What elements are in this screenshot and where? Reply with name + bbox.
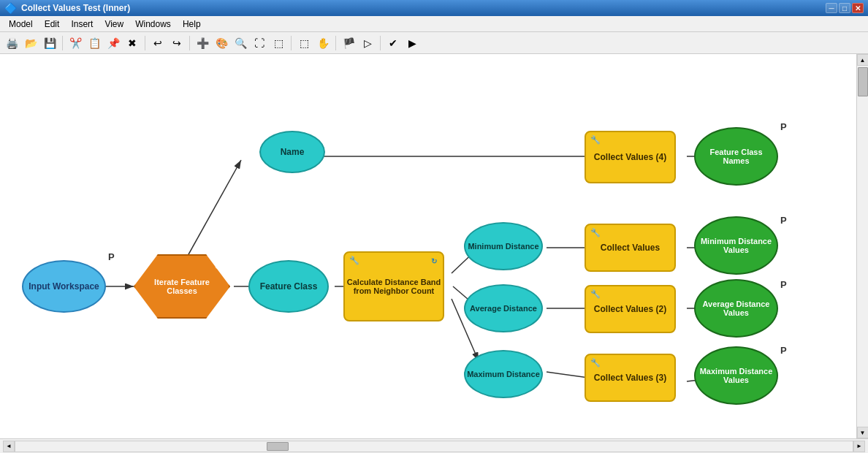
zoom-in-button[interactable]: 🔍 [232, 34, 249, 52]
p-badge-input: P [108, 251, 115, 262]
average-distance-values-node[interactable]: Average Distance Values [694, 279, 778, 338]
scroll-thumb-v[interactable] [858, 67, 868, 96]
menu-insert[interactable]: Insert [65, 18, 99, 31]
flag-button[interactable]: 🏴 [340, 34, 357, 52]
calculate-distance-node[interactable]: 🔧 Calculate Distance Band from Neighbor … [343, 251, 444, 321]
paste-button[interactable]: 📌 [104, 34, 122, 52]
copy-button[interactable]: 📋 [85, 34, 103, 52]
menu-view[interactable]: View [99, 18, 129, 31]
minimum-distance-values-label: Minimum Distance Values [696, 237, 777, 254]
sep2 [145, 36, 145, 50]
wrench-icon-calc: 🔧 [349, 256, 359, 265]
menu-model[interactable]: Model [3, 18, 39, 31]
maximum-distance-values-label: Maximum Distance Values [696, 367, 777, 384]
minimum-distance-values-node[interactable]: Minimum Distance Values [694, 216, 778, 275]
wrench-icon-cv4: 🔧 [590, 135, 601, 145]
calculate-distance-label: Calculate Distance Band from Neighbor Co… [345, 278, 443, 295]
menu-edit[interactable]: Edit [39, 18, 66, 31]
iterate-label: Iterate Feature Classes [135, 278, 229, 295]
menu-bar: Model Edit Insert View Windows Help [0, 16, 868, 32]
app-icon: 🔷 [4, 2, 17, 14]
zoom-box-button[interactable]: ⬚ [270, 34, 287, 52]
wrench-icon-cv2: 🔧 [590, 289, 601, 299]
select-button[interactable]: ⬚ [295, 34, 313, 52]
scroll-right-button[interactable]: ► [853, 441, 865, 452]
p-badge-avg-dist: P [780, 279, 787, 290]
delete-button[interactable]: ✖ [123, 34, 141, 52]
colors-button[interactable]: 🎨 [213, 34, 230, 52]
sep5 [335, 36, 336, 50]
scroll-up-button[interactable]: ▲ [857, 54, 869, 66]
sep3 [189, 36, 190, 50]
feature-class-label: Feature Class [260, 281, 318, 292]
open-button[interactable]: 📂 [22, 34, 39, 52]
sep1 [62, 36, 63, 50]
undo-button[interactable]: ↩ [149, 34, 167, 52]
average-distance-node[interactable]: Average Distance [464, 284, 543, 332]
close-button[interactable]: ✕ [852, 3, 864, 13]
feature-class-node[interactable]: Feature Class [248, 260, 329, 313]
collect-values-3-label: Collect Values (3) [594, 373, 666, 383]
maximum-distance-values-node[interactable]: Maximum Distance Values [694, 346, 778, 405]
p-badge-max-dist: P [780, 345, 787, 356]
minimum-distance-node[interactable]: Minimum Distance [464, 222, 543, 270]
collect-values-2-node[interactable]: 🔧 Collect Values (2) [585, 285, 676, 333]
collect-values-node[interactable]: 🔧 Collect Values [585, 224, 676, 272]
name-node[interactable]: Name [259, 131, 325, 173]
status-bar: ◄ ► [0, 438, 868, 453]
cut-button[interactable]: ✂️ [66, 34, 84, 52]
maximum-distance-node[interactable]: Maximum Distance [464, 350, 543, 398]
validate-button[interactable]: ✔ [384, 34, 402, 52]
input-workspace-label: Input Workspace [28, 281, 99, 292]
run-button[interactable]: ▶ [403, 34, 421, 52]
collect-values-2-label: Collect Values (2) [594, 304, 666, 314]
run-single-button[interactable]: ▷ [359, 34, 376, 52]
average-distance-label: Average Distance [470, 304, 537, 313]
maximum-distance-label: Maximum Distance [467, 370, 540, 378]
feature-class-names-node[interactable]: Feature Class Names [694, 127, 778, 186]
scroll-thumb-h[interactable] [267, 442, 289, 451]
maximize-button[interactable]: □ [839, 3, 850, 13]
pan-button[interactable]: ✋ [314, 34, 332, 52]
collect-values-4-label: Collect Values (4) [594, 152, 666, 162]
feature-class-names-label: Feature Class Names [696, 148, 777, 165]
scroll-left-button[interactable]: ◄ [3, 441, 15, 452]
vertical-scrollbar[interactable]: ▲ ▼ [856, 54, 868, 438]
wrench-icon-cv3: 🔧 [590, 358, 601, 368]
minimum-distance-label: Minimum Distance [468, 242, 538, 251]
toolbar: 🖨️ 📂 💾 ✂️ 📋 📌 ✖ ↩ ↪ ➕ 🎨 🔍 ⛶ ⬚ ⬚ ✋ 🏴 ▷ ✔ … [0, 32, 868, 54]
scroll-down-button[interactable]: ▼ [857, 427, 869, 438]
full-extent-button[interactable]: ⛶ [251, 34, 268, 52]
average-distance-values-label: Average Distance Values [696, 300, 777, 317]
menu-windows[interactable]: Windows [129, 18, 177, 31]
name-label: Name [281, 147, 305, 157]
p-badge-min-dist: P [780, 215, 787, 226]
main-container: Input Workspace P Iterate Feature Classe… [0, 54, 868, 438]
collect-values-3-node[interactable]: 🔧 Collect Values (3) [585, 354, 676, 402]
sep4 [291, 36, 292, 50]
save-button[interactable]: 💾 [41, 34, 58, 52]
collect-values-label: Collect Values [601, 243, 660, 253]
run-icon-calc: ↻ [431, 257, 437, 265]
window-controls: ─ □ ✕ [826, 3, 864, 13]
p-badge-fc-names: P [780, 121, 787, 132]
iterate-feature-classes-node[interactable]: Iterate Feature Classes ↻ [134, 254, 230, 319]
horizontal-scrollbar[interactable] [15, 441, 853, 452]
add-tool-button[interactable]: ➕ [194, 34, 211, 52]
input-workspace-node[interactable]: Input Workspace [22, 260, 106, 313]
diagram-canvas[interactable]: Input Workspace P Iterate Feature Classe… [0, 54, 856, 438]
title-bar: 🔷 Collect Values Test (Inner) ─ □ ✕ [0, 0, 868, 16]
collect-values-4-node[interactable]: 🔧 Collect Values (4) [585, 131, 676, 183]
sep6 [380, 36, 381, 50]
redo-button[interactable]: ↪ [168, 34, 186, 52]
minimize-button[interactable]: ─ [826, 3, 837, 13]
window-title: Collect Values Test (Inner) [21, 3, 826, 13]
wrench-icon-cv: 🔧 [590, 228, 601, 237]
menu-help[interactable]: Help [177, 18, 207, 31]
new-button[interactable]: 🖨️ [3, 34, 20, 52]
